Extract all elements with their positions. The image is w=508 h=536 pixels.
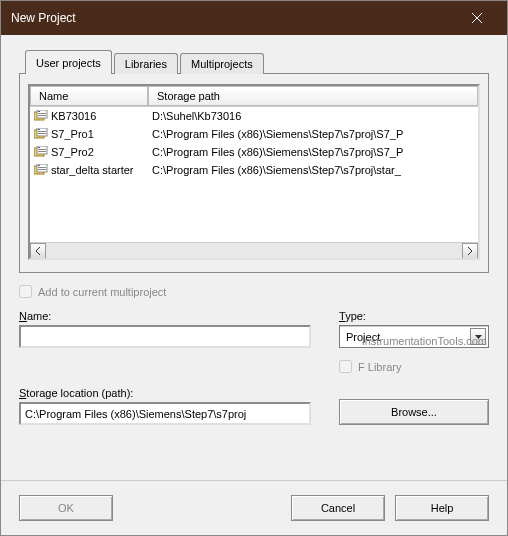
scroll-track[interactable] [46,243,462,259]
svg-rect-11 [38,133,46,134]
cell-path: C:\Program Files (x86)\Siemens\Step7\s7p… [152,164,474,176]
svg-rect-5 [38,113,46,114]
table-row[interactable]: S7_Pro2C:\Program Files (x86)\Siemens\St… [30,143,478,161]
project-list[interactable]: Name Storage path KB73016D:\Suhel\Kb7301… [28,84,480,260]
cell-path: C:\Program Files (x86)\Siemens\Step7\s7p… [152,146,474,158]
svg-rect-4 [38,111,40,112]
svg-rect-21 [38,169,46,170]
cell-name: KB73016 [34,110,152,122]
close-button[interactable] [457,1,497,35]
project-icon [34,128,48,140]
list-header: Name Storage path [30,86,478,107]
scroll-right-button[interactable] [462,243,478,259]
tab-user-projects[interactable]: User projects [25,50,112,74]
svg-rect-9 [38,129,40,130]
dialog-footer: OK Cancel Help [1,480,507,535]
ok-button: OK [19,495,113,521]
add-to-multiproject-checkbox [19,285,32,298]
svg-rect-19 [38,165,40,166]
type-label: Type: [339,310,489,322]
storage-label: Storage location (path): [19,387,311,399]
h-scrollbar[interactable] [30,242,478,258]
cancel-button[interactable]: Cancel [291,495,385,521]
chevron-left-icon [35,247,41,255]
table-row[interactable]: S7_Pro1C:\Program Files (x86)\Siemens\St… [30,125,478,143]
watermark: InstrumentationTools.com [362,335,487,347]
name-input[interactable] [19,325,311,348]
f-library-row: F Library [339,360,489,373]
cell-name: S7_Pro1 [34,128,152,140]
cell-name: S7_Pro2 [34,146,152,158]
svg-rect-10 [38,131,46,132]
window-title: New Project [11,11,457,25]
titlebar: New Project [1,1,507,35]
svg-rect-16 [38,151,46,152]
svg-rect-14 [38,147,40,148]
list-rows: KB73016D:\Suhel\Kb73016S7_Pro1C:\Program… [30,107,478,242]
f-library-checkbox [339,360,352,373]
chevron-right-icon [467,247,473,255]
col-path-header[interactable]: Storage path [148,86,478,106]
dialog-window: New Project User projects Libraries Mult… [0,0,508,536]
f-library-label: F Library [358,361,401,373]
project-icon [34,164,48,176]
tab-libraries[interactable]: Libraries [114,53,178,74]
project-icon [34,110,48,122]
svg-rect-6 [38,115,46,116]
cell-path: C:\Program Files (x86)\Siemens\Step7\s7p… [152,128,474,140]
browse-button[interactable]: Browse... [339,399,489,425]
name-label: Name: [19,310,311,322]
svg-rect-15 [38,149,46,150]
cell-path: D:\Suhel\Kb73016 [152,110,474,122]
storage-row: Storage location (path): Browse... [19,387,489,425]
storage-input[interactable] [19,402,311,425]
add-to-multiproject-row: Add to current multiproject [19,285,489,298]
cell-name: star_delta starter [34,164,152,176]
svg-rect-20 [38,167,46,168]
tab-panel: Name Storage path KB73016D:\Suhel\Kb7301… [19,73,489,273]
scroll-left-button[interactable] [30,243,46,259]
close-icon [471,12,483,24]
col-name-header[interactable]: Name [30,86,148,106]
add-to-multiproject-label: Add to current multiproject [38,286,166,298]
tab-multiprojects[interactable]: Multiprojects [180,53,264,74]
table-row[interactable]: star_delta starterC:\Program Files (x86)… [30,161,478,179]
dialog-body: User projects Libraries Multiprojects Na… [1,35,507,480]
table-row[interactable]: KB73016D:\Suhel\Kb73016 [30,107,478,125]
tab-bar: User projects Libraries Multiprojects [25,49,489,73]
help-button[interactable]: Help [395,495,489,521]
project-icon [34,146,48,158]
